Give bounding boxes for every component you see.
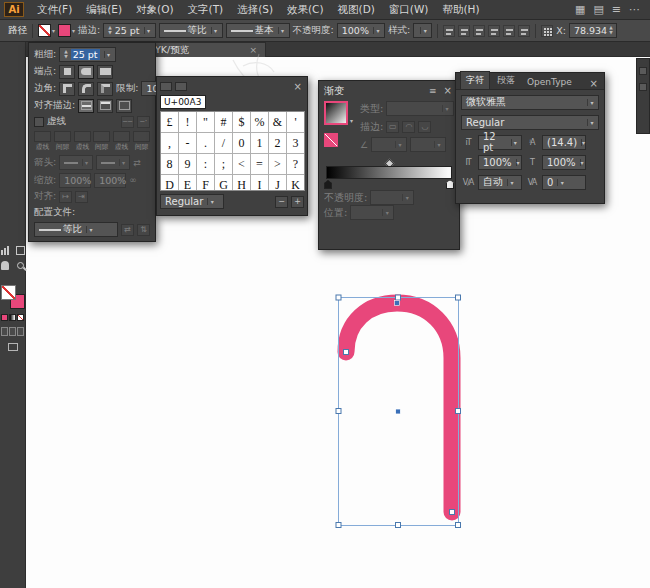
- gradient-aspect-combo[interactable]: ▾: [410, 137, 446, 152]
- align-stroke-outside-button[interactable]: [116, 99, 132, 113]
- extras-icon[interactable]: ⋯: [629, 4, 640, 15]
- glyph-cell[interactable]: =: [251, 154, 269, 175]
- glyph-cell[interactable]: !: [179, 112, 197, 133]
- gradient-type-combo[interactable]: ▾: [386, 101, 454, 116]
- align-top-icon[interactable]: [488, 25, 500, 37]
- glyph-cell[interactable]: -: [179, 133, 197, 154]
- kerning-combo[interactable]: 自动 ▾: [478, 175, 522, 190]
- panel-tab-icon[interactable]: [639, 83, 647, 91]
- glyph-font-style-combo[interactable]: Regular ▾: [160, 194, 224, 209]
- gradient-stop-end[interactable]: [446, 180, 454, 189]
- align-arrow-end-button[interactable]: ⇥: [75, 191, 88, 203]
- gradient-panel-title[interactable]: 渐变: [324, 84, 344, 98]
- glyph-cell[interactable]: K: [287, 175, 305, 191]
- dash-value-field[interactable]: [133, 131, 150, 142]
- width-profile-field[interactable]: 等比 ▾: [34, 222, 118, 237]
- font-family-combo[interactable]: 微软雅黑 ▾: [461, 95, 599, 110]
- glyph-cell[interactable]: 3: [287, 133, 305, 154]
- fill-color-swatch[interactable]: ▾: [38, 24, 55, 37]
- align-right-icon[interactable]: [473, 25, 485, 37]
- x-value-field[interactable]: 78.934 ▲▼: [569, 23, 617, 38]
- glyph-cell[interactable]: ,: [161, 133, 179, 154]
- gradient-swatch-thumbnail[interactable]: [324, 101, 348, 125]
- document-tab[interactable]: YK/预览 ×: [148, 42, 266, 57]
- tab-opentype[interactable]: OpenType: [522, 75, 577, 89]
- glyph-cell[interactable]: <: [233, 154, 251, 175]
- stepper-icon[interactable]: ▲▼: [64, 50, 67, 59]
- glyph-cell[interactable]: >: [269, 154, 287, 175]
- dash-value-field[interactable]: [74, 131, 91, 142]
- panel-tab-icon[interactable]: [639, 67, 647, 75]
- glyph-cell[interactable]: J: [269, 175, 287, 191]
- glyph-cell[interactable]: ": [197, 112, 215, 133]
- menu-item-6[interactable]: 视图(D): [331, 3, 382, 17]
- stroke-color-swatch[interactable]: ▾: [58, 24, 75, 37]
- app-logo[interactable]: Ai: [4, 2, 24, 17]
- chevron-down-icon[interactable]: ▾: [350, 117, 353, 124]
- glyph-cell[interactable]: %: [251, 112, 269, 133]
- color-button[interactable]: [1, 314, 8, 321]
- stop-opacity-combo[interactable]: ▾: [370, 190, 414, 205]
- close-icon[interactable]: ×: [442, 86, 454, 96]
- none-button[interactable]: [17, 314, 24, 321]
- menu-item-3[interactable]: 文字(T): [181, 3, 231, 17]
- width-profile-combo[interactable]: 等比 ▾: [159, 23, 223, 38]
- glyph-cell[interactable]: G: [215, 175, 233, 191]
- glyph-cell[interactable]: /: [215, 133, 233, 154]
- link-scale-icon[interactable]: ∞: [129, 175, 137, 185]
- glyph-zoom-in-icon[interactable]: +: [291, 196, 304, 208]
- menu-item-5[interactable]: 效果(C): [280, 3, 331, 17]
- close-icon[interactable]: ×: [247, 45, 259, 55]
- round-join-button[interactable]: [78, 82, 94, 96]
- leading-combo[interactable]: (14.4) ▾: [542, 135, 586, 150]
- fill-swatch[interactable]: [1, 285, 16, 300]
- flip-along-button[interactable]: ⇄: [121, 224, 134, 236]
- align-left-icon[interactable]: [443, 25, 455, 37]
- stroke-gradient-along-button[interactable]: ◠: [402, 121, 415, 133]
- menu-item-0[interactable]: 文件(F): [30, 3, 79, 17]
- glyph-cell[interactable]: ?: [287, 154, 305, 175]
- glyph-cell[interactable]: $: [233, 112, 251, 133]
- butt-cap-button[interactable]: [59, 65, 75, 79]
- gradient-slider[interactable]: [324, 160, 454, 186]
- glyph-zoom-out-icon[interactable]: −: [275, 196, 288, 208]
- stroke-gradient-across-button[interactable]: ◡: [418, 121, 431, 133]
- horizontal-scale-combo[interactable]: 100% ▾: [542, 155, 586, 170]
- glyph-cell[interactable]: &: [269, 112, 287, 133]
- gradient-fill-swatch[interactable]: [324, 133, 338, 147]
- dash-value-field[interactable]: [113, 131, 130, 142]
- zoom-tool[interactable]: [14, 259, 26, 271]
- stroke-gradient-within-button[interactable]: ▭: [386, 121, 399, 133]
- graphic-style-combo[interactable]: ▾: [413, 23, 432, 38]
- glyph-cell[interactable]: F: [197, 175, 215, 191]
- arrange-documents-icon[interactable]: ▦: [575, 4, 585, 15]
- opacity-combo[interactable]: 100% ▾: [337, 23, 385, 38]
- graph-tool[interactable]: [0, 244, 11, 256]
- close-icon[interactable]: ×: [292, 82, 304, 92]
- glyph-cell[interactable]: #: [215, 112, 233, 133]
- round-cap-button[interactable]: [78, 65, 94, 79]
- align-center-icon[interactable]: [458, 25, 470, 37]
- hand-tool[interactable]: [0, 259, 11, 271]
- flip-across-button[interactable]: ⇅: [137, 224, 150, 236]
- glyph-cell[interactable]: ': [287, 112, 305, 133]
- tracking-combo[interactable]: 0 ▾: [542, 175, 586, 190]
- stroke-weight-combo[interactable]: ▲▼ 25 pt ▾: [103, 23, 155, 38]
- stepper-icon[interactable]: ▲▼: [609, 26, 612, 35]
- panel-tab-icon[interactable]: [175, 82, 187, 91]
- gradient-stop-start[interactable]: [324, 180, 332, 189]
- font-style-combo[interactable]: Regular ▾: [461, 115, 599, 130]
- glyph-cell[interactable]: 9: [179, 154, 197, 175]
- miter-join-button[interactable]: [59, 82, 75, 96]
- bevel-join-button[interactable]: [97, 82, 113, 96]
- arrowhead-start-combo[interactable]: ▾: [59, 155, 93, 170]
- glyph-cell[interactable]: 2: [269, 133, 287, 154]
- align-middle-icon[interactable]: [503, 25, 515, 37]
- tab-paragraph[interactable]: 段落: [492, 72, 520, 89]
- arrowhead-end-combo[interactable]: ▾: [96, 155, 130, 170]
- align-stroke-center-button[interactable]: [78, 99, 94, 113]
- glyph-cell[interactable]: D: [161, 175, 179, 191]
- layout-icon[interactable]: ▤: [593, 4, 603, 15]
- draw-behind-button[interactable]: [9, 327, 16, 336]
- tab-character[interactable]: 字符: [460, 71, 490, 89]
